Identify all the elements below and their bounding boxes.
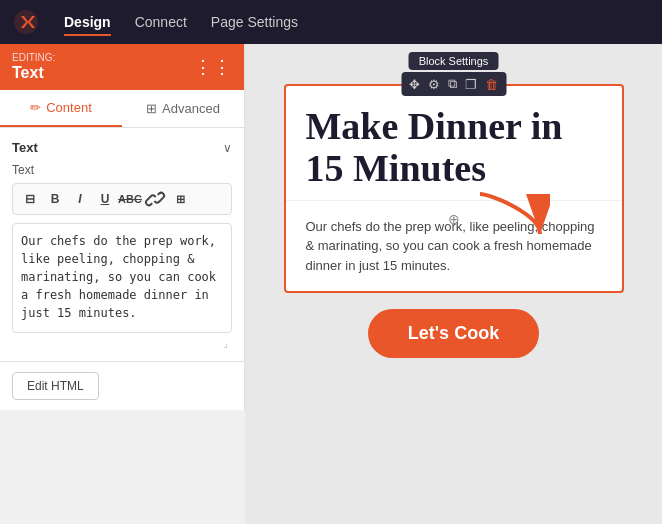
edit-html-button[interactable]: Edit HTML <box>12 372 99 400</box>
settings-icon[interactable]: ⚙ <box>428 77 440 92</box>
left-panel-wrapper: EDITING: Text ⋮⋮ ✏ Content ⊞ Advanced <box>0 44 245 524</box>
block-body: ⊕ Our chefs do the prep work, like peeli… <box>286 201 622 292</box>
heading-text: Make Dinner in 15 Minutes <box>306 106 602 190</box>
nav-design[interactable]: Design <box>64 10 111 34</box>
duplicate-icon[interactable]: ❐ <box>465 77 477 92</box>
editing-title: Text <box>12 64 55 82</box>
toolbar-strikethrough-btn[interactable]: ABC <box>119 188 141 210</box>
divi-logo <box>12 8 40 36</box>
main-layout: EDITING: Text ⋮⋮ ✏ Content ⊞ Advanced <box>0 44 662 524</box>
toolbar-style-btn[interactable]: ⊟ <box>19 188 41 210</box>
editing-info: EDITING: Text <box>12 52 55 82</box>
block-settings-label: Block Settings <box>409 52 499 70</box>
text-toolbar: ⊟ B I U ABC ⊞ <box>12 183 232 215</box>
top-nav: Design Connect Page Settings <box>0 0 662 44</box>
toolbar-italic-btn[interactable]: I <box>69 188 91 210</box>
block-heading: Make Dinner in 15 Minutes <box>286 86 622 201</box>
nav-page-settings[interactable]: Page Settings <box>211 10 298 34</box>
nav-connect[interactable]: Connect <box>135 10 187 34</box>
grid-icon: ⊞ <box>146 101 157 116</box>
pencil-icon: ✏ <box>30 100 41 115</box>
drag-icon[interactable]: ⊕ <box>448 211 460 227</box>
section-title: Text <box>12 140 38 155</box>
canvas-block: Make Dinner in 15 Minutes ⊕ Our chefs do… <box>284 84 624 293</box>
move-icon[interactable]: ✥ <box>409 77 420 92</box>
section-header: Text ∨ <box>12 140 232 155</box>
tab-content[interactable]: ✏ Content <box>0 90 122 127</box>
left-panel: EDITING: Text ⋮⋮ ✏ Content ⊞ Advanced <box>0 44 245 410</box>
toolbar-bold-btn[interactable]: B <box>44 188 66 210</box>
cta-button[interactable]: Let's Cook <box>368 309 539 358</box>
subsection-label: Text <box>12 163 232 177</box>
chevron-down-icon[interactable]: ∨ <box>223 141 232 155</box>
text-editor[interactable] <box>12 223 232 333</box>
dots-menu-icon[interactable]: ⋮⋮ <box>194 56 232 78</box>
resize-handle[interactable]: ⌟ <box>12 337 232 349</box>
resize-icon: ⌟ <box>223 338 228 349</box>
toolbar-underline-btn[interactable]: U <box>94 188 116 210</box>
panel-tabs: ✏ Content ⊞ Advanced <box>0 90 244 128</box>
block-settings-bar: Block Settings ✥ ⚙ ⧉ ❐ 🗑 <box>401 52 506 96</box>
editing-prefix: EDITING: <box>12 52 55 64</box>
block-settings-icons: ✥ ⚙ ⧉ ❐ 🗑 <box>401 72 506 96</box>
delete-icon[interactable]: 🗑 <box>485 77 498 92</box>
cta-container: Let's Cook <box>368 309 539 358</box>
panel-footer: Edit HTML <box>0 361 244 410</box>
right-canvas: Block Settings ✥ ⚙ ⧉ ❐ 🗑 <box>245 44 662 524</box>
toolbar-link-btn[interactable] <box>144 188 166 210</box>
copy-icon[interactable]: ⧉ <box>448 76 457 92</box>
tab-advanced[interactable]: ⊞ Advanced <box>122 90 244 127</box>
panel-content: Text ∨ Text ⊟ B I U ABC ⊞ <box>0 128 244 361</box>
red-arrow <box>470 184 550 248</box>
toolbar-table-btn[interactable]: ⊞ <box>169 188 191 210</box>
editing-header: EDITING: Text ⋮⋮ <box>0 44 244 90</box>
